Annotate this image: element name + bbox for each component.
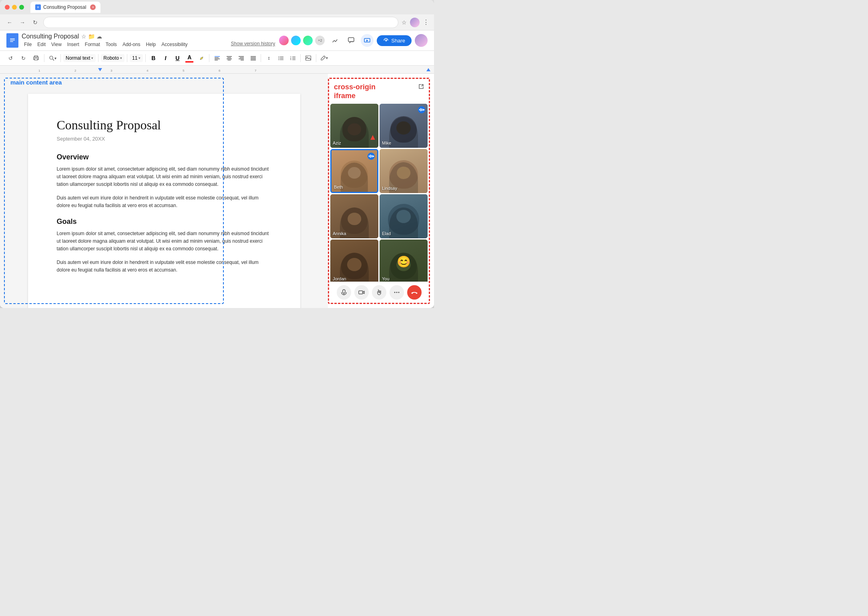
align-center-button[interactable] (224, 53, 234, 63)
underline-button[interactable]: U (172, 53, 183, 63)
star-icon[interactable]: ☆ (81, 33, 86, 40)
svg-point-49 (394, 292, 395, 293)
bookmark-icon[interactable]: ☆ (402, 19, 407, 26)
more-options-call-button[interactable] (390, 285, 404, 300)
video-tile-annika[interactable]: Annika (330, 194, 378, 238)
menu-add-ons[interactable]: Add-ons (120, 41, 143, 48)
tab-title: Consulting Proposal (43, 4, 86, 10)
align-right-button[interactable] (236, 53, 246, 63)
camera-button[interactable] (354, 285, 369, 300)
collaborator-avatar-more[interactable]: +2 (314, 35, 326, 46)
more-options-icon[interactable]: ⋮ (423, 18, 429, 26)
refresh-button[interactable]: ↻ (30, 18, 40, 27)
browser-tab[interactable]: ≡ Consulting Proposal × (30, 2, 100, 13)
line-spacing-button[interactable]: ↕ (263, 53, 274, 63)
participant-name-jordan: Jordan (333, 276, 346, 281)
participant-name-elad: Elad (382, 231, 391, 236)
zoom-button[interactable]: ▾ (47, 52, 58, 64)
video-grid: Aziz Mike (329, 103, 429, 282)
close-window-button[interactable] (5, 5, 10, 10)
minimize-window-button[interactable] (12, 5, 17, 10)
video-tile-beth[interactable]: Beth (330, 149, 378, 193)
menu-edit[interactable]: Edit (35, 41, 48, 48)
menu-help[interactable]: Help (144, 41, 159, 48)
numbered-list-button[interactable]: 1.2.3. (287, 53, 298, 63)
bullet-list-button[interactable] (275, 53, 286, 63)
svg-point-51 (398, 292, 399, 293)
toolbar-divider-2 (60, 54, 61, 62)
toolbar-divider-1 (44, 54, 44, 62)
section-heading-overview: Overview (57, 153, 271, 161)
svg-rect-4 (348, 38, 354, 42)
forward-button[interactable]: → (18, 18, 27, 27)
video-tile-elad[interactable]: Elad (380, 194, 428, 238)
participant-name-annika: Annika (333, 231, 346, 236)
maximize-window-button[interactable] (19, 5, 24, 10)
video-tile-mike[interactable]: Mike (380, 104, 428, 148)
menu-view[interactable]: View (49, 41, 64, 48)
print-button[interactable] (30, 52, 42, 64)
external-link-icon[interactable] (418, 84, 424, 91)
goals-paragraph-2: Duis autem vel eum iriure dolor in hendr… (57, 259, 271, 274)
docs-container: Consulting Proposal ☆ 📁 ☁ File Edit View… (0, 30, 434, 308)
text-color-button[interactable]: A (184, 53, 195, 63)
present-button[interactable] (361, 34, 374, 47)
raise-hand-button[interactable] (372, 285, 386, 300)
tab-close-button[interactable]: × (90, 4, 96, 10)
participant-name-aziz: Aziz (333, 141, 341, 145)
font-size-label: 11 (132, 55, 137, 61)
share-button[interactable]: Share (377, 35, 412, 46)
user-avatar-nav[interactable] (410, 18, 420, 27)
svg-point-26 (278, 56, 279, 57)
end-call-button[interactable] (407, 285, 422, 300)
collaborator-avatar-3[interactable] (302, 35, 313, 46)
address-bar[interactable] (43, 17, 398, 28)
browser-navbar: ← → ↻ ☆ ⋮ (0, 14, 434, 30)
version-history-link[interactable]: Show version history (231, 41, 275, 48)
cross-origin-title: cross-originiframe (334, 83, 376, 100)
normal-text-label: Normal text (66, 55, 90, 61)
font-select[interactable]: Roboto ▾ (101, 54, 125, 62)
docs-menu: File Edit View Insert Format Tools Add-o… (22, 41, 275, 48)
video-tile-lindsay[interactable]: Lindsay (380, 149, 428, 193)
svg-rect-44 (370, 155, 371, 158)
toolbar-divider-5 (145, 54, 146, 62)
menu-tools[interactable]: Tools (103, 41, 119, 48)
video-tile-aziz[interactable]: Aziz (330, 104, 378, 148)
mic-button[interactable] (337, 285, 351, 300)
docs-document-title[interactable]: Consulting Proposal (22, 33, 79, 40)
back-button[interactable]: ← (5, 18, 14, 27)
menu-format[interactable]: Format (82, 41, 102, 48)
user-avatar-header[interactable] (415, 34, 428, 47)
svg-point-9 (50, 56, 53, 59)
collaborator-avatar-1[interactable] (278, 35, 289, 46)
svg-rect-41 (420, 108, 421, 111)
bold-button[interactable]: B (148, 53, 159, 63)
edit-pen-button[interactable]: ▾ (319, 53, 329, 63)
italic-button[interactable]: I (160, 53, 171, 63)
highlight-button[interactable] (196, 53, 207, 63)
align-left-button[interactable] (212, 53, 222, 63)
menu-insert[interactable]: Insert (65, 41, 82, 48)
folder-icon[interactable]: 📁 (88, 33, 95, 40)
analytics-button[interactable] (329, 34, 342, 47)
docs-title-row: Consulting Proposal ☆ 📁 ☁ (22, 33, 275, 40)
goals-paragraph-1: Lorem ipsum dolor sit amet, consectetuer… (57, 230, 271, 253)
font-size-select[interactable]: 11 ▾ (130, 54, 143, 62)
ruler: 1 2 3 4 5 6 7 (0, 66, 434, 74)
cloud-icon[interactable]: ☁ (96, 33, 102, 40)
paragraph-style-select[interactable]: Normal text ▾ (63, 54, 96, 62)
comments-button[interactable] (345, 34, 358, 47)
collaborator-avatar-2[interactable] (290, 35, 301, 46)
menu-file[interactable]: File (22, 41, 34, 48)
video-tile-jordan[interactable]: Jordan (330, 240, 378, 282)
undo-button[interactable]: ↺ (5, 52, 16, 64)
justify-button[interactable] (248, 53, 258, 63)
docs-editor-area[interactable]: main content area Consulting Proposal Se… (0, 74, 328, 308)
toolbar-divider-6 (209, 54, 209, 62)
cross-origin-iframe-panel: cross-originiframe Aziz (328, 78, 430, 304)
video-tile-you[interactable]: 😊 You (380, 240, 428, 282)
menu-accessibility[interactable]: Accessibility (159, 41, 190, 48)
redo-button[interactable]: ↻ (18, 52, 29, 64)
insert-image-button[interactable] (303, 53, 313, 63)
